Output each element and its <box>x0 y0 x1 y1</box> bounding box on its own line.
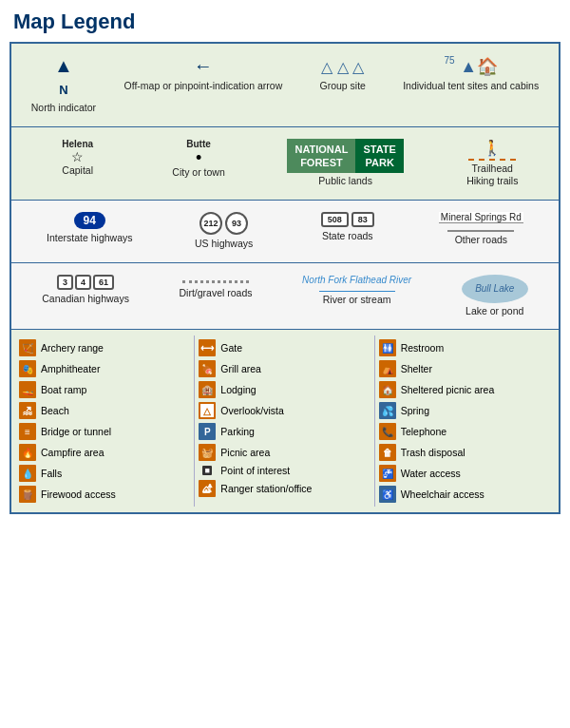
boat-ramp-icon: 🚤 <box>19 381 36 398</box>
section-row4: 3 4 61 Canadian highways Dirt/gravel roa… <box>11 263 559 331</box>
poi-section: 🏹 Archery range 🎭 Amphitheater 🚤 Boat ra… <box>11 330 559 512</box>
ranger-icon: 🏕 <box>199 480 216 497</box>
bridge-icon: ≡ <box>19 423 36 440</box>
state-road-badges: 508 83 <box>321 212 374 227</box>
amphitheater-icon: 🎭 <box>19 360 36 377</box>
falls-label: Falls <box>41 468 62 479</box>
poi-beach: 🏖 Beach <box>19 400 190 421</box>
state-badge-508: 508 <box>321 212 349 227</box>
legend-tentsites: 75 ▲🏠 Individual tent sites and cabins <box>397 51 544 97</box>
bridge-label: Bridge or tunnel <box>41 426 111 437</box>
beach-label: Beach <box>41 405 69 416</box>
poi-campfire: 🔥 Campfire area <box>19 442 190 463</box>
poi-boat-ramp: 🚤 Boat ramp <box>19 379 190 400</box>
firewood-label: Firewood access <box>41 489 116 500</box>
canadian-badge-61: 61 <box>93 275 114 290</box>
water-access-label: Water access <box>401 468 461 479</box>
legend-state-roads: 508 83 State roads <box>310 208 386 247</box>
poi-firewood: 🪵 Firewood access <box>19 484 190 505</box>
water-access-icon: 🚰 <box>379 465 396 482</box>
legend-trailhead: 🚶 TrailheadHiking trails <box>454 135 530 192</box>
poi-bridge: ≡ Bridge or tunnel <box>19 421 190 442</box>
other-road-line <box>447 230 514 232</box>
overlook-label: Overlook/vista <box>220 405 284 416</box>
page-title: Map Legend <box>10 10 560 34</box>
point-of-interest-label: Point of interest <box>220 465 290 476</box>
restroom-label: Restroom <box>401 342 445 354</box>
spring-icon: 💦 <box>379 402 396 419</box>
legend-capital: Helena ☆ Capital <box>40 135 116 182</box>
canadian-label: Canadian highways <box>42 293 129 306</box>
sheltered-picnic-icon: 🏠 <box>379 381 396 398</box>
town-label: City or town <box>172 166 224 180</box>
lands-box: NATIONALFOREST STATEPARK <box>287 139 403 174</box>
lake-ellipse: Bull Lake <box>462 275 528 303</box>
interstate-label: Interstate highways <box>47 232 132 245</box>
archery-label: Archery range <box>41 342 104 354</box>
legend-offmap: ← Off-map or pinpoint-indication arrow <box>119 51 289 97</box>
capital-name: Helena <box>62 139 93 149</box>
restroom-icon: 🚻 <box>379 339 396 356</box>
town-name: Butte <box>186 139 211 149</box>
poi-spring: 💦 Spring <box>379 400 551 421</box>
legend-publiclands: NATIONALFOREST STATEPARK Public lands <box>281 135 408 192</box>
us-badge-93: 93 <box>225 212 248 235</box>
poi-col-3: 🚻 Restroom ⛺ Shelter 🏠 Sheltered picnic … <box>375 335 555 507</box>
north-label: North indicator <box>31 102 96 115</box>
parking-label: Parking <box>220 426 255 437</box>
shelter-icon: ⛺ <box>379 360 396 377</box>
river-label: River or stream <box>323 294 391 307</box>
us-highways-label: US highways <box>195 238 253 251</box>
canadian-badge-4: 4 <box>75 275 91 290</box>
capital-star-icon: ☆ <box>71 149 84 164</box>
capital-label: Capital <box>62 164 93 178</box>
groupsite-icon: △ △ △ <box>321 55 364 77</box>
falls-icon: 💧 <box>19 465 36 482</box>
poi-gate: ⟷ Gate <box>199 337 370 358</box>
dirt-road-line <box>182 280 249 283</box>
firewood-icon: 🪵 <box>19 486 36 503</box>
trash-label: Trash disposal <box>401 447 466 458</box>
poi-parking: P Parking <box>199 421 370 442</box>
legend-container: ▲N North indicator ← Off-map or pinpoint… <box>10 42 560 514</box>
poi-picnic: 🧺 Picnic area <box>199 442 370 463</box>
state-badge-83: 83 <box>352 212 374 227</box>
publiclands-label: Public lands <box>318 175 372 188</box>
lodging-icon: 🏨 <box>199 381 216 398</box>
national-forest-box: NATIONALFOREST <box>287 139 355 174</box>
parking-icon: P <box>199 423 216 440</box>
poi-lodging: 🏨 Lodging <box>199 379 370 400</box>
poi-trash: 🗑 Trash disposal <box>379 442 551 463</box>
wheelchair-label: Wheelchair access <box>401 489 484 500</box>
gate-icon: ⟷ <box>199 339 216 356</box>
legend-lake: Bull Lake Lake or pond <box>456 271 534 322</box>
offmap-arrow-icon: ← <box>194 55 213 77</box>
campfire-icon: 🔥 <box>19 444 36 461</box>
overlook-icon: △ <box>199 402 216 419</box>
poi-ranger: 🏕 Ranger station/office <box>199 478 370 499</box>
archery-icon: 🏹 <box>19 339 36 356</box>
canadian-badges: 3 4 61 <box>57 275 114 290</box>
section-row2: Helena ☆ Capital Butte • City or town NA… <box>11 127 559 201</box>
trash-icon: 🗑 <box>379 444 396 461</box>
legend-town: Butte • City or town <box>161 135 237 183</box>
lake-label: Lake or pond <box>466 305 523 318</box>
poi-col-2: ⟷ Gate 🍖 Grill area 🏨 Lodging △ Overlook… <box>195 335 374 507</box>
gate-label: Gate <box>220 342 242 354</box>
legend-dirt-roads: Dirt/gravel roads <box>174 271 258 304</box>
poi-water-access: 🚰 Water access <box>379 463 551 484</box>
section-row1: ▲N North indicator ← Off-map or pinpoint… <box>11 44 559 127</box>
wheelchair-icon: ♿ <box>379 486 396 503</box>
poi-telephone: 📞 Telephone <box>379 421 551 442</box>
state-roads-label: State roads <box>322 230 373 243</box>
us-highway-badges: 212 93 <box>200 212 248 235</box>
trailhead-icon: 🚶 <box>483 139 502 157</box>
dirt-roads-label: Dirt/gravel roads <box>180 287 253 300</box>
poi-overlook: △ Overlook/vista <box>199 400 370 421</box>
interstate-badge: 94 <box>74 212 105 229</box>
legend-other-roads: Mineral Springs Rd Other roads <box>433 208 529 251</box>
shelter-label: Shelter <box>401 363 432 374</box>
poi-point-of-interest: ■ Point of interest <box>199 463 370 478</box>
poi-archery: 🏹 Archery range <box>19 337 190 358</box>
picnic-label: Picnic area <box>220 447 270 458</box>
